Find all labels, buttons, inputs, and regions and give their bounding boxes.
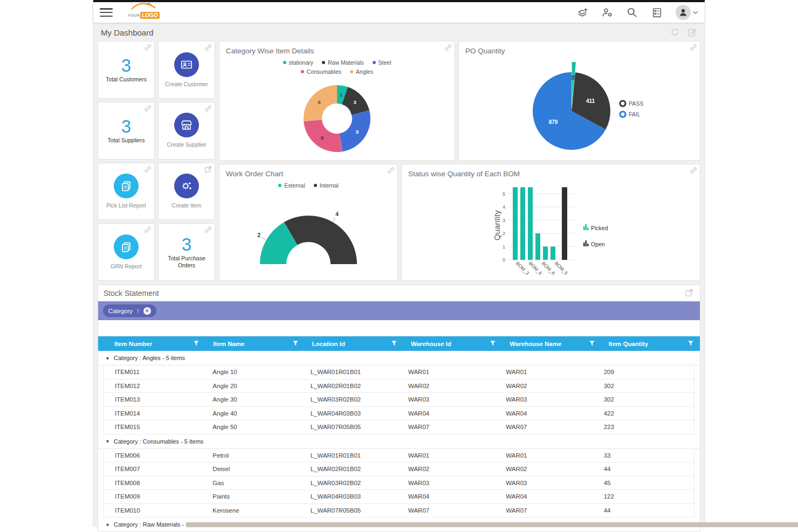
edit-icon[interactable] [687,27,697,37]
table-row[interactable]: ITEM011Angle 10L_WAR01R01B01WAR01WAR0120… [104,365,694,379]
link-icon[interactable] [144,105,152,114]
column-header-item-name[interactable]: Item Name [205,341,304,347]
legend-item-external[interactable]: External [278,182,305,189]
tile-total-customers[interactable]: 3Total Customers [98,41,155,99]
tile-pick-list-report[interactable]: Pick List Report [98,163,155,220]
link-icon[interactable] [444,44,452,53]
table-cell: L_WAR03R02B02 [303,396,401,403]
svg-text:0: 0 [502,257,505,262]
link-icon[interactable] [204,226,212,236]
table-cell: WAR01 [401,369,498,375]
svg-text:5: 5 [502,191,505,197]
filter-icon[interactable] [490,341,496,347]
svg-text:879: 879 [548,119,558,125]
checklist-icon[interactable] [651,6,663,18]
tile-create-item[interactable]: Create Item [158,163,215,220]
table-cell: WAR03 [498,396,596,403]
table-row[interactable]: ITEM007DeiselL_WAR02R01B02WAR02WAR0244 [104,462,694,476]
tile-total-suppliers[interactable]: 3Total Suppliers [98,102,155,160]
collapse-group-icon[interactable]: ▾ [106,355,109,361]
table-row[interactable]: ITEM010KeroseneL_WAR07R05B05WAR07WAR0744 [104,504,694,518]
user-menu[interactable] [676,5,698,20]
table-cell: ITEM011 [104,369,205,375]
chevron-down-icon[interactable] [693,11,698,15]
table-cell: WAR02 [498,466,596,472]
legend-item-steel[interactable]: Steel [373,59,391,66]
column-header-item-quantity[interactable]: Item Quantity [601,341,700,347]
contact-card-icon [174,52,199,77]
link-icon[interactable] [144,165,152,175]
tile-create-customer[interactable]: Create Customer [158,41,215,99]
filter-icon[interactable] [194,341,199,347]
column-header-item-number[interactable]: Item Number [98,341,205,347]
column-header-warehouse-name[interactable]: Warehouse Name [502,341,601,347]
link-icon[interactable] [387,167,395,176]
table-cell: WAR02 [401,383,498,389]
table-row[interactable]: ITEM015Angle 50L_WAR07R05B05WAR07WAR0722… [104,420,694,434]
collapse-group-icon[interactable]: ▾ [106,438,109,444]
group-header-label: Category : Consumables - 5 items [114,438,203,445]
menu-icon[interactable] [100,8,113,17]
table-row[interactable]: ITEM012Angle 20L_WAR02R01B02WAR02WAR0230… [104,379,694,393]
legend-item-internal[interactable]: Internal [314,182,339,189]
remove-grouping-icon[interactable]: × [143,307,151,315]
chart-title: PO Quantity [459,42,700,56]
filter-icon[interactable] [391,341,397,347]
tile-create-supplier[interactable]: Create Supplier [158,102,215,160]
legend-marker-icon [314,184,317,187]
search-icon[interactable] [626,6,638,18]
column-header-warehouse-id[interactable]: Warehouse Id [403,341,502,347]
filter-icon[interactable] [293,341,298,347]
chart-legend: ExternalInternal [219,182,397,189]
pie-chart: 20411879PASSFAIL [459,56,700,158]
svg-text:BOM Id: BOM Id [528,280,554,281]
tile-grn-report[interactable]: GRN Report [98,223,155,281]
grouping-chip-category[interactable]: Category ↑ × [103,305,156,317]
table-row[interactable]: ITEM009PaintsL_WAR04R03B03WAR04WAR04122 [104,490,694,504]
legend-item-raw-materials[interactable]: Raw Materials [322,59,364,66]
tile-total-purchase-orders[interactable]: 3Total Purchase Orders [158,223,215,281]
tile-column: 3Total CustomersCreate Customer3Total Su… [98,41,215,281]
link-icon[interactable] [204,44,212,53]
refresh-icon[interactable] [670,27,680,37]
tile-label: Pick List Report [106,202,146,209]
svg-text:BOM_5: BOM_5 [553,260,569,276]
table-cell: WAR04 [401,410,498,417]
svg-text:Quantity: Quantity [492,210,501,240]
external-icon[interactable] [204,165,212,175]
table-header-row: Item NumberItem NameLocation IdWarehouse… [98,336,700,351]
avatar[interactable] [676,5,691,20]
link-icon[interactable] [690,44,697,53]
table-row[interactable]: ITEM013Angle 30L_WAR03R02B02WAR03WAR0330… [104,393,694,407]
svg-text:3: 3 [353,99,356,105]
link-icon[interactable] [144,226,152,236]
filter-icon[interactable] [589,341,595,347]
column-header-location-id[interactable]: Location Id [305,341,403,347]
collapse-group-icon[interactable]: ▾ [106,522,109,528]
group-header[interactable]: ▾Category : Consumables - 5 items [98,434,700,449]
table-row[interactable]: ITEM008GasL_WAR03R02B02WAR03WAR0345 [104,476,694,490]
app-logo[interactable]: YOUR LOGO [128,4,160,20]
table-row[interactable]: ITEM006PetrolL_WAR01R01B01WAR01WAR0133 [104,449,694,463]
link-icon[interactable] [690,167,697,176]
legend-marker-icon [283,61,286,64]
svg-text:Picked: Picked [591,225,608,231]
table-row[interactable]: ITEM014Angle 40L_WAR04R03B03WAR04WAR0442… [104,407,694,421]
link-icon[interactable] [144,44,152,53]
svg-text:PASS: PASS [629,100,643,107]
legend-item-stationary[interactable]: stationary [283,59,314,66]
open-in-new-icon[interactable] [685,288,694,298]
legend-item-angles[interactable]: Angles [350,68,373,75]
filter-icon[interactable] [688,341,693,347]
link-icon[interactable] [204,105,212,114]
legend-item-consumables[interactable]: Consumables [301,68,341,75]
user-settings-icon[interactable] [601,6,613,18]
legend-label: Angles [356,68,373,75]
group-rows: ITEM006PetrolL_WAR01R01B01WAR01WAR0133IT… [104,449,694,518]
svg-text:2: 2 [257,232,260,238]
stack-add-icon[interactable] [576,6,588,18]
table-cell: Paints [205,493,302,500]
tile-label: Total Suppliers [108,137,145,144]
table-cell: WAR07 [498,507,596,514]
group-header[interactable]: ▾Category : Angles - 5 items [98,351,700,365]
